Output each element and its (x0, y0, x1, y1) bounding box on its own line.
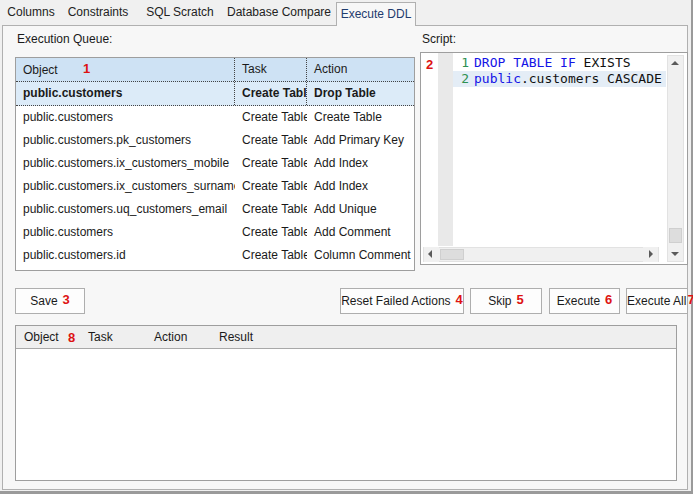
results-table-header: Object 8 Task Action Result (16, 326, 676, 349)
table-row[interactable]: public.customers.pk_customersCreate Tabl… (16, 129, 414, 152)
cell-action: Add Unique (307, 198, 414, 221)
scroll-right-button[interactable] (643, 247, 658, 262)
horizontal-scroll-thumb[interactable] (440, 249, 464, 260)
cell-object: public.customers.pk_customers (16, 129, 235, 152)
cell-object: public.customers (16, 106, 235, 129)
annotation-8: 8 (68, 326, 75, 349)
queue-table-header: Object 1 Task Action (16, 58, 414, 82)
cell-action: Add Index (307, 175, 414, 198)
table-row[interactable]: public.customers.ix_customers_surnameCre… (16, 175, 414, 198)
annotation-5: 5 (517, 292, 524, 307)
execute-all-button[interactable]: Execute All7 (626, 288, 688, 314)
cell-action: Add Primary Key (307, 129, 414, 152)
table-row[interactable]: public.customersCreate TableCreate Table (16, 106, 414, 129)
right-arrow-icon (649, 250, 653, 258)
column-header-object[interactable]: Object 1 (16, 58, 235, 81)
sql-code[interactable]: 1DROP TABLE IF EXISTS 2public.customers … (453, 55, 666, 87)
execute-all-button-label: Execute All (627, 294, 686, 308)
cell-task: Create Table (235, 244, 307, 267)
cell-action: Column Comment (307, 244, 414, 267)
scroll-left-button[interactable] (424, 247, 439, 262)
tab-constraints[interactable]: Constraints (62, 0, 134, 25)
line-number: 1 (453, 55, 469, 71)
reset-failed-actions-button[interactable]: Reset Failed Actions4 (340, 288, 464, 314)
reset-failed-actions-label: Reset Failed Actions (341, 294, 450, 308)
annotation-3: 3 (63, 292, 70, 307)
scroll-up-button[interactable] (668, 56, 683, 71)
editor-margin (421, 53, 438, 246)
sql-keyword: public (474, 71, 521, 86)
cell-object: public.customers.ix_customers_surname (16, 175, 235, 198)
table-row[interactable]: public.customers.uq_customers_emailCreat… (16, 198, 414, 221)
sql-text: EXISTS (576, 55, 631, 70)
sql-text: .customers CASCADE (521, 71, 662, 86)
down-arrow-icon (671, 252, 679, 256)
tab-sql-scratch-pad[interactable]: SQL Scratch Pad (134, 0, 226, 25)
annotation-7: 7 (687, 292, 693, 307)
tab-execute-ddl[interactable]: Execute DDL (336, 2, 416, 26)
execution-queue-label: Execution Queue: (17, 32, 112, 46)
cell-action: Add Index (307, 152, 414, 175)
up-arrow-icon (671, 61, 679, 65)
cell-task: Create Table (235, 106, 307, 129)
annotation-4: 4 (456, 292, 463, 307)
sql-keyword: DROP TABLE IF (474, 55, 576, 70)
tab-columns[interactable]: Columns (0, 0, 62, 25)
vertical-scroll-thumb[interactable] (669, 228, 682, 243)
column-header-task[interactable]: Task (235, 58, 307, 81)
cell-task: Create Table (235, 221, 307, 244)
cell-object: public.customers.uq_customers_email (16, 198, 235, 221)
save-button[interactable]: Save3 (15, 288, 85, 314)
cell-object: public.customers.ix_customers_mobile (16, 152, 235, 175)
execute-button[interactable]: Execute6 (549, 288, 620, 314)
cell-action: Create Table (307, 106, 414, 129)
tab-database-compare[interactable]: Database Compare (226, 0, 332, 25)
cell-object: public.customers (16, 221, 235, 244)
table-row[interactable]: public.customers.ix_customers_mobileCrea… (16, 152, 414, 175)
cell-action: Add Comment (307, 221, 414, 244)
save-button-label: Save (30, 294, 57, 308)
result-column-result[interactable]: Result (219, 326, 253, 349)
cell-task: Create Table (235, 198, 307, 221)
table-row[interactable]: public.customersCreate TableDrop Table (16, 82, 414, 106)
results-table: Object 8 Task Action Result (15, 325, 677, 481)
cell-action: Drop Table (307, 82, 414, 105)
horizontal-scrollbar[interactable] (423, 247, 659, 262)
cell-task: Create Table (235, 82, 307, 105)
queue-table-body: public.customersCreate TableDrop Tablepu… (16, 82, 414, 267)
cell-object: public.customers.id (16, 244, 235, 267)
code-line-1: 1DROP TABLE IF EXISTS (453, 55, 666, 71)
skip-button-label: Skip (488, 294, 511, 308)
code-line-2: 2public.customers CASCADE (453, 71, 666, 87)
cell-task: Create Table (235, 152, 307, 175)
execution-queue-table: Object 1 Task Action public.customersCre… (15, 57, 415, 271)
result-column-object[interactable]: Object (24, 326, 59, 349)
result-column-task[interactable]: Task (88, 326, 113, 349)
window: Columns Constraints SQL Scratch Pad Data… (0, 0, 693, 494)
script-editor[interactable]: 2 1DROP TABLE IF EXISTS 2public.customer… (420, 52, 688, 265)
left-arrow-icon (428, 250, 432, 258)
tab-bar: Columns Constraints SQL Scratch Pad Data… (0, 0, 691, 25)
annotation-1: 1 (83, 61, 90, 76)
execute-button-label: Execute (557, 294, 600, 308)
column-header-action[interactable]: Action (307, 58, 414, 81)
line-number: 2 (453, 71, 469, 87)
skip-button[interactable]: Skip5 (470, 288, 542, 314)
annotation-6: 6 (605, 292, 612, 307)
cell-task: Create Table (235, 175, 307, 198)
cell-object: public.customers (16, 82, 235, 105)
table-row[interactable]: public.customers.idCreate TableColumn Co… (16, 244, 414, 267)
result-column-action[interactable]: Action (154, 326, 187, 349)
vertical-scrollbar[interactable] (667, 55, 684, 262)
script-label: Script: (422, 32, 456, 46)
editor-fold-gutter (438, 53, 453, 246)
annotation-2: 2 (426, 57, 433, 72)
execute-ddl-panel: Execution Queue: Object 1 Task Action pu… (2, 25, 688, 490)
scroll-down-button[interactable] (668, 246, 683, 261)
table-row[interactable]: public.customersCreate TableAdd Comment (16, 221, 414, 244)
cell-task: Create Table (235, 129, 307, 152)
column-header-object-label: Object (23, 63, 58, 77)
